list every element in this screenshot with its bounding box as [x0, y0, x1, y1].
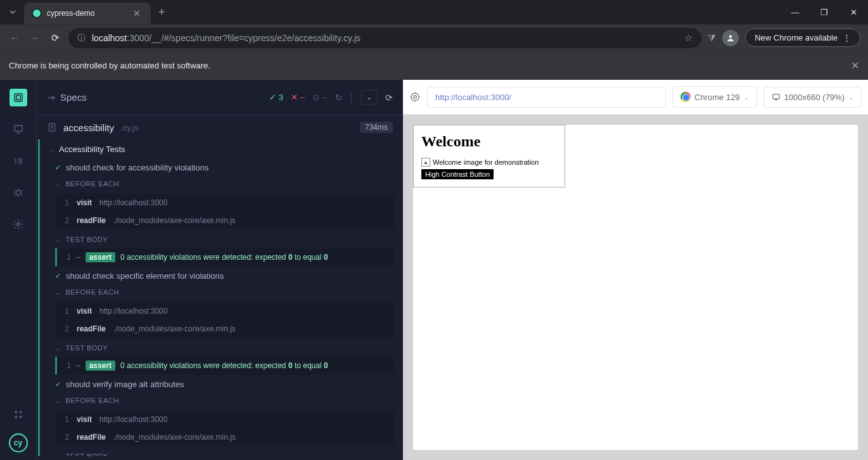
command-block: 1visithttp://localhost:30002readFile./no… — [55, 302, 394, 338]
forward-button[interactable]: → — [28, 32, 42, 43]
svg-rect-1 — [15, 94, 22, 101]
back-button[interactable]: ← — [8, 32, 22, 43]
chevron-down-icon: ⌄ — [744, 94, 749, 101]
chevron-down-icon: ⌄ — [848, 94, 853, 101]
command-row[interactable]: 1visithttp://localhost:3000 — [55, 194, 394, 212]
broken-image-icon: ▲ — [421, 158, 430, 167]
spec-file-row[interactable]: accessibility .cy.js 734ms — [37, 115, 403, 139]
test-title[interactable]: ✓should verify image alt attributes — [40, 376, 403, 393]
svg-point-4 — [16, 190, 21, 195]
browser-selector[interactable]: Chrome 129 ⌄ — [672, 86, 757, 108]
site-info-icon[interactable]: ⓘ — [77, 32, 86, 44]
browser-tab[interactable]: cypress-demo ✕ — [24, 3, 151, 24]
pending-count: ⊙ -- — [312, 93, 328, 102]
svg-rect-9 — [772, 94, 779, 99]
command-row[interactable]: 1visithttp://localhost:3000 — [55, 302, 394, 320]
svg-point-0 — [729, 35, 732, 38]
viewport-selector[interactable]: 1000x660 (79%) ⌄ — [763, 87, 862, 108]
file-icon — [47, 122, 57, 132]
svg-rect-3 — [15, 125, 22, 131]
nav-debug-icon[interactable] — [10, 152, 27, 170]
assertion-row[interactable]: 1–assert0 accessibility violations were … — [55, 357, 394, 374]
specs-toggle-icon[interactable]: ⇥ — [47, 92, 55, 103]
reload-button[interactable]: ⟳ — [48, 32, 62, 44]
automation-notice: Chrome is being controlled by automated … — [9, 61, 210, 70]
nav-bug-icon[interactable] — [10, 184, 27, 201]
command-row[interactable]: 2readFile./node_modules/axe-core/axe.min… — [55, 212, 394, 229]
welcome-heading: Welcome — [421, 133, 557, 150]
cypress-logo[interactable]: cy — [9, 433, 28, 452]
cypress-sidebar: cy — [0, 80, 37, 460]
aut-url[interactable]: http://localhost:3000/ — [427, 87, 666, 108]
svg-rect-2 — [16, 96, 20, 100]
url-text: localhost:3000/__/#/specs/runner?file=cy… — [92, 33, 361, 43]
specs-heading: Specs — [60, 92, 87, 103]
app-preview-frame: Welcome ▲ Welcome image for demonstratio… — [413, 125, 565, 188]
collapse-button[interactable]: ⌄ — [361, 90, 378, 105]
test-body-label[interactable]: ⌄TEST BODY — [40, 340, 403, 355]
nav-settings-icon[interactable] — [10, 215, 27, 233]
command-block: 1visithttp://localhost:30002readFile./no… — [55, 411, 394, 446]
close-window-button[interactable]: ✕ — [839, 0, 868, 24]
address-bar[interactable]: ⓘ localhost:3000/__/#/specs/runner?file=… — [68, 28, 701, 48]
extensions-icon[interactable]: ⧩ — [708, 32, 716, 44]
menu-dots-icon: ⋮ — [843, 33, 851, 42]
nav-specs-icon[interactable] — [10, 89, 27, 106]
describe-block[interactable]: ⌄Accessibility Tests — [40, 139, 403, 159]
spec-file-ext: .cy.js — [120, 123, 139, 132]
svg-point-5 — [16, 223, 20, 226]
before-each-label[interactable]: ⌄BEFORE EACH — [40, 284, 403, 300]
spec-duration: 734ms — [360, 122, 393, 133]
chrome-icon — [680, 92, 691, 102]
broken-image: ▲ Welcome image for demonstration — [421, 158, 557, 167]
maximize-button[interactable]: ❐ — [810, 0, 839, 24]
command-row[interactable]: 2readFile./node_modules/axe-core/axe.min… — [55, 428, 394, 446]
spec-file-name: accessibility — [63, 122, 114, 133]
failed-count: ✕ – — [291, 93, 305, 102]
test-body-label[interactable]: ⌄TEST BODY — [40, 232, 403, 247]
high-contrast-button[interactable]: High Contrast Button — [421, 169, 494, 179]
close-tab-icon[interactable]: ✕ — [131, 8, 143, 18]
command-block: 1visithttp://localhost:30002readFile./no… — [55, 194, 394, 229]
tab-list-dropdown[interactable] — [5, 4, 20, 20]
svg-point-8 — [414, 96, 417, 99]
close-infobar-icon[interactable]: ✕ — [851, 60, 859, 72]
rerun-icon[interactable]: ⟳ — [385, 93, 393, 103]
assertion-row[interactable]: 1–assert0 accessibility violations were … — [55, 248, 394, 266]
test-title[interactable]: ✓should check for accessibility violatio… — [40, 159, 403, 176]
profile-button[interactable] — [722, 30, 739, 46]
minimize-button[interactable]: — — [781, 0, 810, 24]
app-under-test: http://localhost:3000/ Chrome 129 ⌄ 1000… — [403, 80, 868, 460]
nav-keyboard-icon[interactable] — [10, 406, 27, 423]
auto-scroll-icon[interactable]: ↻ — [335, 93, 343, 103]
test-title[interactable]: ✓should check specific element for viola… — [40, 267, 403, 284]
nav-runs-icon[interactable] — [10, 120, 27, 138]
test-body-label[interactable]: ⌄TEST BODY — [40, 449, 403, 456]
new-chrome-button[interactable]: New Chrome available ⋮ — [745, 29, 860, 47]
svg-point-7 — [411, 93, 419, 101]
command-row[interactable]: 2readFile./node_modules/axe-core/axe.min… — [55, 320, 394, 338]
before-each-label[interactable]: ⌄BEFORE EACH — [40, 393, 403, 408]
command-row[interactable]: 1visithttp://localhost:3000 — [55, 411, 394, 428]
selector-playground-icon[interactable] — [409, 91, 421, 103]
test-reporter: ⇥ Specs ✓ 3 ✕ – ⊙ -- ↻ | ⌄ ⟳ accessibili… — [37, 80, 403, 460]
new-tab-button[interactable]: + — [158, 6, 165, 19]
before-each-label[interactable]: ⌄BEFORE EACH — [40, 176, 403, 191]
viewport-icon — [772, 93, 781, 101]
passed-count: ✓ 3 — [269, 93, 283, 102]
cypress-favicon — [32, 8, 42, 18]
bookmark-icon[interactable]: ☆ — [684, 32, 692, 44]
tab-title: cypress-demo — [47, 9, 131, 18]
